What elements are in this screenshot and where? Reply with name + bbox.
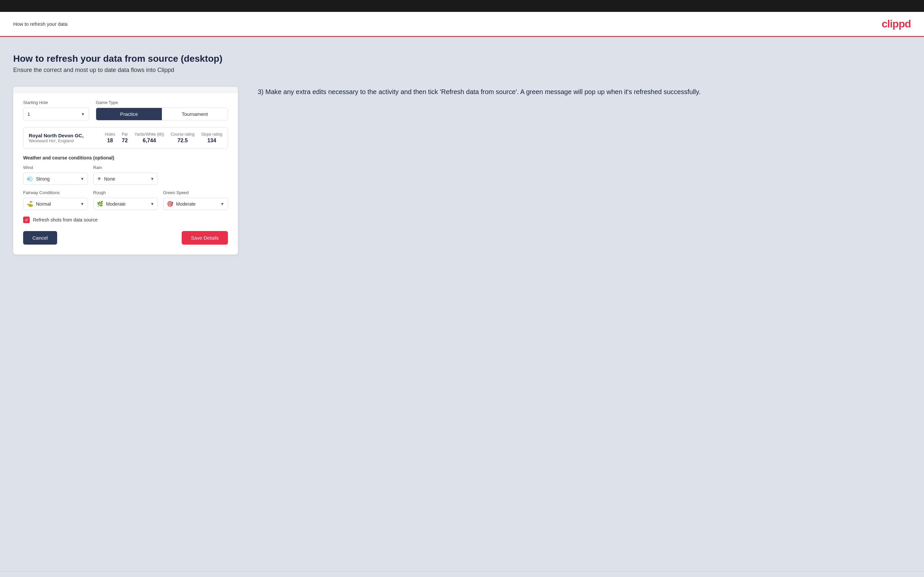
course-rating-value: 72.5 [171, 138, 195, 143]
starting-hole-select-wrapper: 1 10 ▼ [23, 108, 89, 121]
par-stat: Par 72 [121, 132, 128, 143]
wind-select-wrapper[interactable]: 💨 Strong None Mild ▼ [23, 172, 88, 185]
yards-stat: Yards/White (M)) 6,744 [134, 132, 164, 143]
game-type-label: Game Type [96, 100, 228, 105]
holes-label: Holes [105, 132, 115, 137]
rain-spacer [163, 165, 228, 185]
wind-select[interactable]: Strong None Mild [36, 176, 78, 182]
green-speed-select-wrapper[interactable]: 🎯 Moderate Slow Fast ▼ [163, 198, 228, 210]
green-speed-icon: 🎯 [167, 201, 173, 207]
yards-label: Yards/White (M)) [134, 132, 164, 137]
tournament-button[interactable]: Tournament [162, 108, 228, 120]
slope-rating-value: 134 [201, 138, 222, 143]
cancel-button[interactable]: Cancel [23, 231, 57, 245]
refresh-label: Refresh shots from data source [33, 217, 97, 222]
rain-select-wrapper[interactable]: ☀ None Light Heavy ▼ [93, 172, 158, 185]
rain-label: Rain [93, 165, 158, 170]
instructions-col: 3) Make any extra edits necessary to the… [258, 87, 911, 97]
starting-hole-game-type-row: Starting Hole 1 10 ▼ Game Type Practice … [23, 100, 228, 121]
rough-select[interactable]: Moderate Light Heavy [106, 201, 148, 206]
wind-arrow-icon: ▼ [80, 177, 84, 181]
footer: Copyright Clippd 2022 [0, 571, 924, 577]
top-bar [0, 0, 924, 12]
practice-button[interactable]: Practice [96, 108, 162, 120]
fairway-rough-green-row: Fairway Conditions ⛳ Normal Firm Soft ▼ … [23, 190, 228, 210]
starting-hole-label: Starting Hole [23, 100, 89, 105]
refresh-checkbox[interactable] [23, 216, 30, 223]
fairway-select-wrapper[interactable]: ⛳ Normal Firm Soft ▼ [23, 198, 88, 210]
course-info-box: Royal North Devon GC, Westward Ho!, Engl… [23, 127, 228, 148]
page-heading: How to refresh your data from source (de… [13, 53, 911, 64]
par-value: 72 [121, 138, 128, 143]
logo: clippd [882, 18, 911, 30]
yards-value: 6,744 [134, 138, 164, 143]
starting-hole-select[interactable]: 1 10 [23, 108, 89, 120]
rough-arrow-icon: ▼ [150, 202, 154, 206]
starting-hole-group: Starting Hole 1 10 ▼ [23, 100, 89, 121]
par-label: Par [121, 132, 128, 137]
header: How to refresh your data clippd [0, 12, 924, 37]
course-info-row: Royal North Devon GC, Westward Ho!, Engl… [29, 132, 222, 143]
green-speed-select[interactable]: Moderate Slow Fast [176, 201, 218, 206]
header-title: How to refresh your data [13, 21, 68, 27]
fairway-arrow-icon: ▼ [80, 202, 84, 206]
rough-icon: 🌿 [97, 201, 103, 207]
rain-group: Rain ☀ None Light Heavy ▼ [93, 165, 158, 185]
wind-rain-row: Wind 💨 Strong None Mild ▼ Rain ☀ [23, 165, 228, 185]
course-name-col: Royal North Devon GC, Westward Ho!, Engl… [29, 133, 99, 143]
wind-label: Wind [23, 165, 88, 170]
fairway-label: Fairway Conditions [23, 190, 88, 195]
wind-group: Wind 💨 Strong None Mild ▼ [23, 165, 88, 185]
instruction-text: 3) Make any extra edits necessary to the… [258, 87, 911, 97]
content-row: Starting Hole 1 10 ▼ Game Type Practice … [13, 87, 911, 255]
rain-arrow-icon: ▼ [150, 177, 154, 181]
slope-rating-label: Slope rating [201, 132, 222, 137]
rain-icon: ☀ [97, 176, 102, 182]
course-rating-label: Course rating [171, 132, 195, 137]
form-card: Starting Hole 1 10 ▼ Game Type Practice … [13, 87, 238, 255]
refresh-row: Refresh shots from data source [23, 216, 228, 223]
main-content: How to refresh your data from source (de… [0, 37, 924, 571]
fairway-icon: ⛳ [27, 201, 33, 207]
course-name: Royal North Devon GC, [29, 133, 99, 138]
save-button[interactable]: Save Details [182, 231, 228, 245]
fairway-group: Fairway Conditions ⛳ Normal Firm Soft ▼ [23, 190, 88, 210]
page-subheading: Ensure the correct and most up to date d… [13, 67, 911, 74]
green-speed-arrow-icon: ▼ [220, 202, 224, 206]
green-speed-label: Green Speed [163, 190, 228, 195]
form-card-top [13, 87, 238, 93]
course-rating-stat: Course rating 72.5 [171, 132, 195, 143]
wind-icon: 💨 [27, 176, 33, 182]
rain-select[interactable]: None Light Heavy [104, 176, 148, 182]
holes-stat: Holes 18 [105, 132, 115, 143]
rough-group: Rough 🌿 Moderate Light Heavy ▼ [93, 190, 158, 210]
rough-select-wrapper[interactable]: 🌿 Moderate Light Heavy ▼ [93, 198, 158, 210]
weather-section-title: Weather and course conditions (optional) [23, 155, 228, 160]
course-location: Westward Ho!, England [29, 138, 99, 143]
green-speed-group: Green Speed 🎯 Moderate Slow Fast ▼ [163, 190, 228, 210]
rough-label: Rough [93, 190, 158, 195]
game-type-group: Game Type Practice Tournament [96, 100, 228, 121]
holes-value: 18 [105, 138, 115, 143]
fairway-select[interactable]: Normal Firm Soft [36, 201, 78, 206]
slope-rating-stat: Slope rating 134 [201, 132, 222, 143]
button-row: Cancel Save Details [23, 231, 228, 245]
game-type-buttons: Practice Tournament [96, 108, 228, 121]
